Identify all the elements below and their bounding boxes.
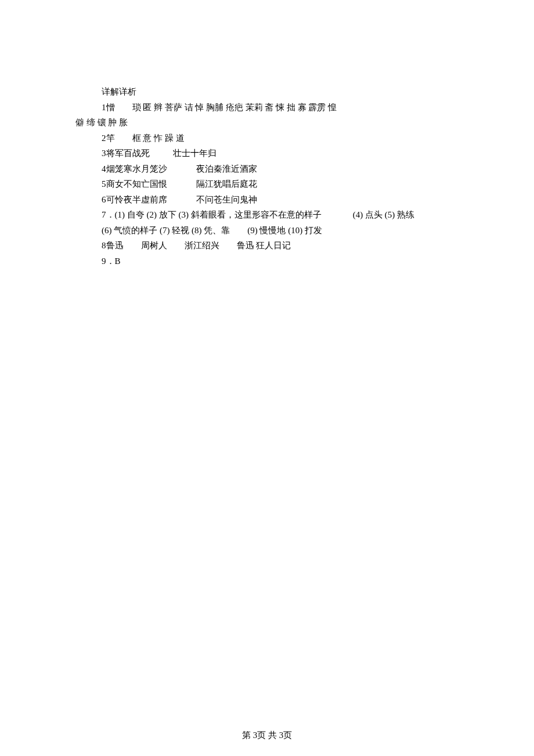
- line-6: 6可怜夜半虚前席不问苍生问鬼神: [75, 192, 459, 208]
- text-5b: 隔江犹唱后庭花: [196, 179, 257, 189]
- line-7-part-b: (6) 气愤的样子 (7) 轻视 (8) 凭、靠(9) 慢慢地 (10) 打发: [75, 223, 459, 238]
- text-8a: 8鲁迅: [102, 241, 124, 250]
- text-1a: 1憎: [102, 103, 115, 112]
- text-7b: (4) 点头 (5) 熟练: [353, 210, 414, 219]
- page-number: 第 3页 共 3页: [242, 730, 292, 740]
- line-1-part-b: 僻 缔 镶 肿 胀: [75, 115, 459, 131]
- document-content: 详解详析 1憎琐 匿 辫 菩萨 诘 悼 胸脯 疮疤 茉莉 斋 悚 拙 寡 霹雳 …: [0, 0, 534, 269]
- text-7c: (6) 气愤的样子 (7) 轻视 (8) 凭、靠: [102, 226, 230, 235]
- text-8d: 鲁迅 狂人日记: [237, 241, 291, 250]
- text-7a: 7．(1) 自夸 (2) 放下 (3) 斜着眼看，这里形容不在意的样子: [102, 210, 322, 219]
- text-8b: 周树人: [141, 241, 167, 250]
- line-4: 4烟笼寒水月笼沙夜泊秦淮近酒家: [75, 161, 459, 177]
- line-7-part-a: 7．(1) 自夸 (2) 放下 (3) 斜着眼看，这里形容不在意的样子(4) 点…: [75, 207, 459, 223]
- text-5a: 5商女不知亡国恨: [102, 179, 167, 189]
- text-2a: 2竿: [102, 133, 115, 143]
- line-5: 5商女不知亡国恨隔江犹唱后庭花: [75, 176, 459, 192]
- text-3b: 壮士十年归: [173, 149, 217, 158]
- text-4a: 4烟笼寒水月笼沙: [102, 164, 167, 173]
- text-2b: 框 意 怍 躁 道: [132, 133, 185, 143]
- text-1c: 僻 缔 镶 肿 胀: [75, 118, 128, 127]
- line-1-part-a: 1憎琐 匿 辫 菩萨 诘 悼 胸脯 疮疤 茉莉 斋 悚 拙 寡 霹雳 惶: [75, 100, 459, 115]
- text-4b: 夜泊秦淮近酒家: [196, 164, 257, 173]
- header-text: 详解详析: [102, 87, 136, 96]
- text-6a: 6可怜夜半虚前席: [102, 195, 167, 204]
- text-3a: 3将军百战死: [102, 149, 150, 158]
- text-6b: 不问苍生问鬼神: [196, 195, 257, 204]
- text-9: 9．B: [102, 256, 121, 266]
- text-1b: 琐 匿 辫 菩萨 诘 悼 胸脯 疮疤 茉莉 斋 悚 拙 寡 霹雳 惶: [132, 103, 337, 112]
- header-line: 详解详析: [75, 84, 459, 100]
- line-3: 3将军百战死壮士十年归: [75, 146, 459, 161]
- line-9: 9．B: [75, 254, 459, 269]
- text-7d: (9) 慢慢地 (10) 打发: [247, 226, 322, 235]
- page-footer: 第 3页 共 3页: [0, 730, 534, 741]
- line-2: 2竿框 意 怍 躁 道: [75, 131, 459, 146]
- line-8: 8鲁迅周树人浙江绍兴鲁迅 狂人日记: [75, 238, 459, 254]
- text-8c: 浙江绍兴: [185, 241, 219, 250]
